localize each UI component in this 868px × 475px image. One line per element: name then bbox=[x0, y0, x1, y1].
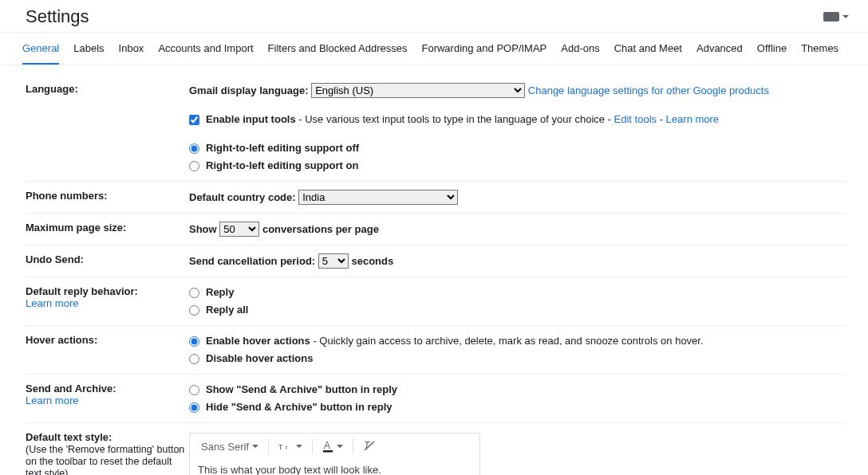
pagesize-heading: Maximum page size: bbox=[26, 214, 189, 245]
rtl-off-radio[interactable] bbox=[189, 143, 199, 154]
enable-input-tools-label: Enable input tools bbox=[206, 113, 296, 125]
divider bbox=[312, 438, 313, 454]
reply-label: Reply bbox=[206, 285, 234, 300]
hover-disable-label: Disable hover actions bbox=[206, 351, 313, 366]
undo-heading: Undo Send: bbox=[26, 245, 189, 277]
svg-rect-3 bbox=[323, 450, 333, 453]
display-language-label: Gmail display language: bbox=[189, 84, 309, 96]
language-heading: Language: bbox=[26, 75, 189, 182]
text-color-button[interactable]: A bbox=[319, 438, 346, 454]
rtl-off-label: Right-to-left editing support off bbox=[206, 141, 359, 155]
chevron-down-icon bbox=[252, 445, 258, 448]
pagesize-select[interactable]: 50 bbox=[219, 222, 259, 237]
send-archive-show-radio[interactable] bbox=[189, 385, 199, 395]
reply-radio[interactable] bbox=[189, 288, 199, 298]
chevron-down-icon bbox=[337, 445, 343, 448]
reply-heading: Default reply behavior: bbox=[26, 285, 138, 297]
font-size-button[interactable]: тт bbox=[275, 439, 306, 453]
send-archive-hide-label: Hide "Send & Archive" button in reply bbox=[206, 400, 393, 414]
tab-forwarding[interactable]: Forwarding and POP/IMAP bbox=[421, 33, 546, 65]
send-archive-hide-radio[interactable] bbox=[189, 402, 199, 413]
divider bbox=[353, 438, 353, 454]
rtl-on-label: Right-to-left editing support on bbox=[206, 159, 358, 173]
pagesize-show: Show bbox=[189, 223, 217, 235]
undo-suffix: seconds bbox=[351, 255, 393, 267]
send-archive-learn-more-link[interactable]: Learn more bbox=[26, 395, 78, 406]
settings-tabs: General Labels Inbox Accounts and Import… bbox=[0, 33, 868, 65]
text-style-preview: This is what your body text will look li… bbox=[190, 459, 479, 475]
text-style-note: (Use the 'Remove formatting' button on t… bbox=[26, 444, 184, 475]
hover-heading: Hover actions: bbox=[26, 326, 189, 375]
send-archive-heading: Send and Archive: bbox=[26, 383, 116, 395]
undo-select[interactable]: 5 bbox=[318, 253, 349, 269]
undo-label: Send cancellation period: bbox=[189, 255, 315, 267]
hover-disable-radio[interactable] bbox=[189, 354, 199, 364]
svg-text:т: т bbox=[278, 442, 282, 451]
learn-more-link[interactable]: Learn more bbox=[666, 113, 719, 125]
change-language-link[interactable]: Change language settings for other Googl… bbox=[528, 84, 769, 96]
remove-formatting-button[interactable]: T bbox=[360, 438, 379, 454]
edit-tools-link[interactable]: Edit tools bbox=[614, 113, 657, 125]
tab-general[interactable]: General bbox=[22, 33, 59, 65]
tab-offline[interactable]: Offline bbox=[757, 33, 787, 65]
enable-input-tools-desc: - Use various text input tools to type i… bbox=[296, 113, 614, 125]
reply-learn-more-link[interactable]: Learn more bbox=[26, 297, 78, 309]
tab-advanced[interactable]: Advanced bbox=[696, 33, 743, 65]
divider bbox=[268, 438, 269, 454]
phone-heading: Phone numbers: bbox=[26, 182, 189, 214]
page-title: Settings bbox=[26, 6, 89, 27]
rtl-on-radio[interactable] bbox=[189, 161, 199, 171]
tab-inbox[interactable]: Inbox bbox=[119, 33, 144, 65]
chevron-down-icon bbox=[296, 445, 302, 448]
input-tools-dropdown[interactable] bbox=[820, 10, 852, 24]
svg-text:A: A bbox=[324, 440, 330, 451]
text-color-icon: A bbox=[322, 440, 333, 453]
reply-all-label: Reply all bbox=[206, 303, 248, 317]
text-style-heading: Default text style: bbox=[26, 431, 112, 443]
hover-enable-radio[interactable] bbox=[189, 336, 199, 347]
enable-input-tools-checkbox[interactable] bbox=[189, 115, 199, 125]
send-archive-show-label: Show "Send & Archive" button in reply bbox=[206, 383, 397, 397]
country-code-select[interactable]: India bbox=[298, 190, 458, 205]
tab-accounts[interactable]: Accounts and Import bbox=[158, 33, 253, 65]
text-size-icon: тт bbox=[278, 441, 293, 452]
text-style-box: Sans Serif тт A bbox=[189, 433, 480, 475]
hover-enable-label: Enable hover actions bbox=[206, 335, 310, 347]
reply-all-radio[interactable] bbox=[189, 305, 199, 316]
font-family-label: Sans Serif bbox=[201, 441, 249, 453]
country-code-label: Default country code: bbox=[189, 191, 296, 203]
pagesize-suffix: conversations per page bbox=[262, 223, 379, 235]
display-language-select[interactable]: English (US) bbox=[311, 83, 525, 98]
tab-labels[interactable]: Labels bbox=[73, 33, 104, 65]
svg-text:т: т bbox=[285, 444, 288, 451]
clear-format-icon: T bbox=[363, 440, 376, 453]
font-family-button[interactable]: Sans Serif bbox=[198, 439, 262, 454]
keyboard-icon bbox=[823, 12, 839, 22]
chevron-down-icon bbox=[842, 15, 849, 18]
hover-enable-desc: - Quickly gain access to archive, delete… bbox=[310, 335, 704, 347]
tab-themes[interactable]: Themes bbox=[801, 33, 838, 65]
tab-addons[interactable]: Add-ons bbox=[561, 33, 599, 65]
tab-filters[interactable]: Filters and Blocked Addresses bbox=[268, 33, 408, 65]
tab-chat[interactable]: Chat and Meet bbox=[614, 33, 682, 65]
